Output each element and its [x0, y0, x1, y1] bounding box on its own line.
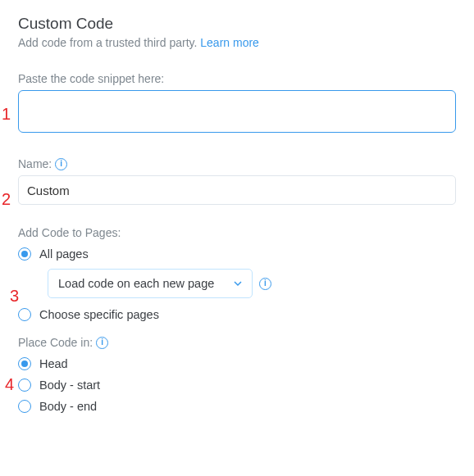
info-icon[interactable]: i: [259, 278, 271, 290]
subtitle-text: Add code from a trusted third party.: [18, 36, 200, 49]
radio-icon: [18, 247, 31, 261]
radio-icon: [18, 379, 31, 392]
radio-body-start[interactable]: Body - start: [18, 379, 456, 392]
radio-label: Body - end: [39, 400, 97, 413]
radio-label: Head: [39, 357, 68, 370]
name-label-text: Name:: [18, 157, 52, 170]
radio-label: Choose specific pages: [39, 308, 159, 321]
radio-all-pages[interactable]: All pages: [18, 247, 456, 261]
pages-section-label: Add Code to Pages:: [18, 226, 456, 239]
radio-label: All pages: [39, 247, 89, 261]
radio-specific-pages[interactable]: Choose specific pages: [18, 308, 456, 321]
learn-more-link[interactable]: Learn more: [200, 36, 259, 49]
code-snippet-input[interactable]: [18, 90, 456, 133]
radio-icon: [18, 400, 31, 413]
radio-label: Body - start: [39, 379, 100, 392]
select-value: Load code on each new page: [58, 277, 214, 290]
radio-icon: [18, 308, 31, 321]
name-input[interactable]: [18, 175, 456, 205]
radio-icon: [18, 357, 31, 370]
page-subtitle: Add code from a trusted third party. Lea…: [18, 36, 456, 49]
place-label-text: Place Code in:: [18, 336, 93, 349]
annotation-marker-3: 3: [10, 287, 19, 306]
info-icon[interactable]: i: [96, 337, 108, 349]
name-field-label: Name: i: [18, 157, 456, 170]
load-code-select[interactable]: Load code on each new page: [48, 269, 253, 298]
info-icon[interactable]: i: [55, 158, 67, 170]
radio-body-end[interactable]: Body - end: [18, 400, 456, 413]
place-section-label: Place Code in: i: [18, 336, 456, 349]
page-title: Custom Code: [18, 15, 456, 33]
annotation-marker-2: 2: [2, 190, 11, 209]
annotation-marker-4: 4: [5, 375, 14, 394]
code-field-label: Paste the code snippet here:: [18, 72, 456, 85]
radio-head[interactable]: Head: [18, 357, 456, 370]
chevron-down-icon: [234, 279, 242, 288]
annotation-marker-1: 1: [2, 105, 11, 124]
